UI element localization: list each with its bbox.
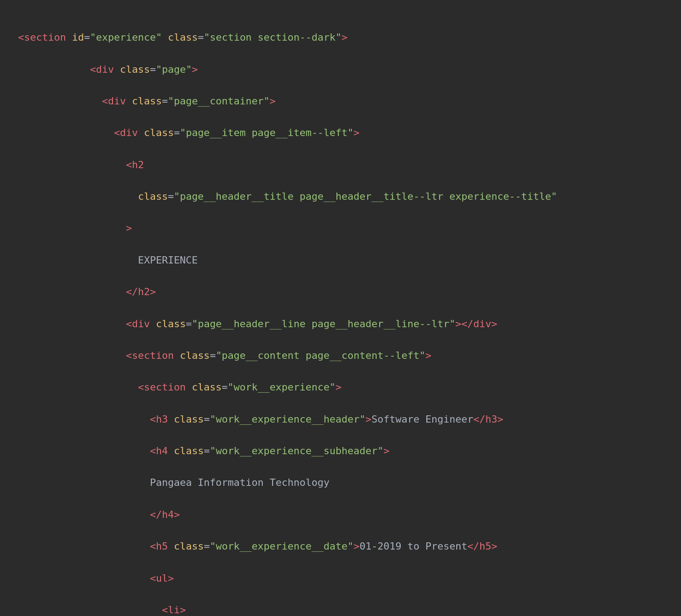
code-editor: <section id="experience" class="section … [18,14,663,616]
line-14: <h4 class="work__experience__subheader"> [18,443,663,459]
line-4: <div class="page__item page__item--left"… [18,125,663,141]
line-5: <h2 [18,157,663,173]
line-7: > [18,220,663,236]
line-2: <div class="page"> [18,61,663,77]
line-13: <h3 class="work__experience__header">Sof… [18,411,663,427]
line-3: <div class="page__container"> [18,93,663,109]
line-9: </h2> [18,284,663,300]
line-19: <li> [18,602,663,616]
line-1: <section id="experience" class="section … [18,29,663,45]
line-16: </h4> [18,507,663,522]
line-15: Pangaea Information Technology [18,475,663,490]
line-10: <div class="page__header__line page__hea… [18,316,663,332]
line-8: EXPERIENCE [18,252,663,268]
line-18: <ul> [18,570,663,586]
line-6: class="page__header__title page__header_… [18,188,663,204]
line-11: <section class="page__content page__cont… [18,348,663,363]
line-17: <h5 class="work__experience__date">01-20… [18,538,663,554]
line-12: <section class="work__experience"> [18,379,663,395]
